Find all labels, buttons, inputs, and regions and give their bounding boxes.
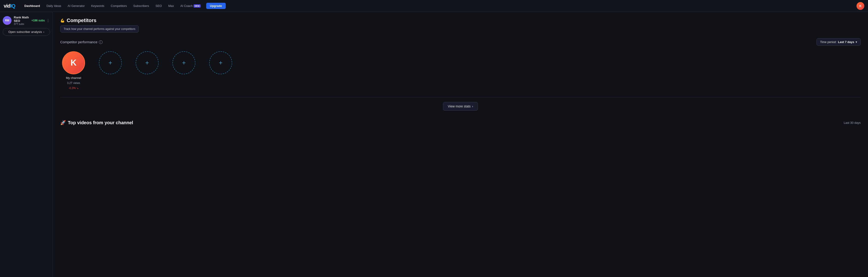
last-days-label: Last 30 days [844,121,861,124]
nav-item-keywords[interactable]: Keywords [89,3,107,9]
section-header: 💪 Competitors [60,18,861,24]
logo-accent: IQ [10,3,15,9]
nav-item-ai-generator[interactable]: AI Generator [65,3,87,9]
change-arrow-icon: ↘ [76,86,79,90]
my-channel-label: My channel [66,76,81,80]
navbar: vidIQ Dashboard Daily Ideas AI Generator… [0,0,868,12]
add-competitor-slot-3: + [173,51,195,74]
add-competitor-slot-4: + [209,51,232,74]
nav-avatar[interactable]: K [857,2,864,10]
channel-stats: +196 subs ⋮ [31,19,50,23]
top-videos-title: 🚀 Top videos from your channel [60,120,133,126]
add-icon-4: + [219,59,222,66]
add-icon-1: + [108,59,112,66]
nav-item-dashboard[interactable]: Dashboard [22,3,43,9]
time-period-value: Last 7 days [838,40,854,44]
top-videos-icon: 🚀 [60,120,66,126]
sidebar: RM Rank Math SEO 37T subs +196 subs ⋮ Op… [0,12,53,277]
section-title: Competitors [67,18,97,24]
view-more-label: View more stats [448,105,470,108]
add-icon-2: + [145,59,149,66]
add-icon-3: + [182,59,186,66]
logo[interactable]: vidIQ [4,3,15,9]
add-competitor-button-1[interactable]: + [99,51,122,74]
main-content: 💪 Competitors Track how your channel per… [53,12,868,277]
ai-coach-badge: NEW [193,4,201,8]
chevron-down-icon: ▾ [856,40,857,44]
add-competitor-slot-2: + [135,51,159,74]
top-videos-section: 🚀 Top videos from your channel Last 30 d… [60,118,861,126]
main-layout: RM Rank Math SEO 37T subs +196 subs ⋮ Op… [0,12,868,277]
nav-item-daily-ideas[interactable]: Daily Ideas [44,3,64,9]
competitors-row: K My channel 3.2T views -0.3% ↘ + [60,51,861,90]
my-channel-views: 3.2T views [67,81,80,85]
perf-label: Competitor performance [60,40,97,44]
top-videos-label: Top videos from your channel [68,120,133,126]
view-more-arrow-icon: › [472,105,473,108]
channel-subs: 37T subs [14,23,29,25]
time-period-prefix: Time period: [820,40,837,44]
view-more-stats-button[interactable]: View more stats › [443,102,478,111]
add-competitor-button-2[interactable]: + [135,51,159,74]
open-subscriber-analysis-button[interactable]: Open subscriber analysis › [3,28,50,36]
open-analysis-arrow: › [43,30,44,34]
my-channel-item: K My channel 3.2T views -0.3% ↘ [62,51,85,90]
nav-item-seo[interactable]: SEO [153,3,164,9]
my-channel-change: -0.3% ↘ [68,86,79,90]
open-analysis-label: Open subscriber analysis [8,30,42,34]
competitors-icon: 💪 [60,19,65,23]
time-period-button[interactable]: Time period: Last 7 days ▾ [816,38,861,46]
channel-card: RM Rank Math SEO 37T subs +196 subs ⋮ [3,16,50,25]
more-options-button[interactable]: ⋮ [46,19,50,23]
section-subtitle-row: Track how your channel performs against … [60,25,861,33]
nav-items: Dashboard Daily Ideas AI Generator Keywo… [22,3,853,9]
channel-info: Rank Math SEO 37T subs [14,16,29,25]
logo-text: vid [4,3,10,9]
add-competitor-button-3[interactable]: + [173,51,195,74]
track-tooltip: Track how your channel performs against … [60,25,139,33]
add-competitor-slot-1: + [99,51,122,74]
channel-name: Rank Math SEO [14,16,29,23]
perf-header-row: Competitor performance i Time period: La… [60,38,861,46]
perf-title: Competitor performance i [60,40,102,44]
nav-item-ai-coach[interactable]: AI Coach NEW [178,3,204,9]
competitors-section: 💪 Competitors Track how your channel per… [60,18,861,111]
nav-item-subscribers[interactable]: Subscribers [130,3,152,9]
sub-change: +196 subs [31,19,45,22]
nav-upgrade-button[interactable]: Upgrade [206,3,226,9]
nav-item-competitors[interactable]: Competitors [108,3,130,9]
view-more-row: View more stats › [60,102,861,111]
info-icon[interactable]: i [99,40,102,44]
channel-avatar: RM [3,16,11,25]
my-channel-avatar: K [62,51,85,74]
add-competitor-button-4[interactable]: + [209,51,232,74]
top-videos-header: 🚀 Top videos from your channel Last 30 d… [60,118,861,126]
nav-item-max[interactable]: Max [165,3,177,9]
